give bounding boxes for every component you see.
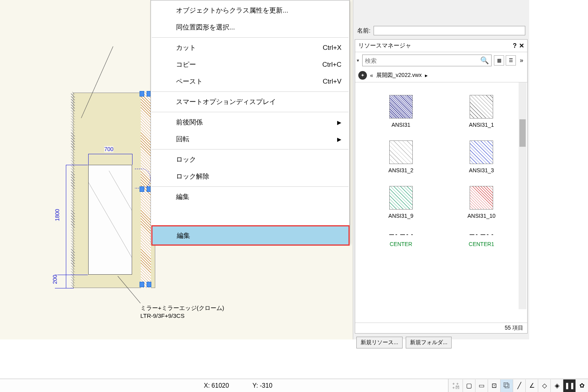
resource-manager-panel: リソースマネージャ ? ✕ ▾ 🔍 ▦ ☰ » ✦ « 展開図_v2022.vw…	[355, 39, 528, 334]
view-thumbnails-button[interactable]: ▦	[494, 55, 504, 66]
rm-breadcrumb[interactable]: ✦ « 展開図_v2022.vwx ▸	[355, 69, 527, 82]
menu-item-label: カット	[176, 43, 196, 52]
dimension-ext	[66, 165, 88, 165]
hatch-swatch-label: ANSI31_10	[467, 213, 495, 219]
rm-title: リソースマネージャ	[358, 42, 510, 49]
hatch-swatch-preview	[389, 140, 413, 164]
hatch-swatch-item[interactable]: ANSI31_2	[366, 140, 436, 173]
submenu-arrow-icon: ▶	[337, 136, 341, 142]
mirror-shape	[88, 165, 132, 275]
tool-rect-icon[interactable]: ▭	[475, 379, 488, 392]
menu-item-label: ペースト	[176, 77, 203, 86]
new-resource-button[interactable]: 新規リソース...	[356, 337, 403, 348]
tool-pause-icon[interactable]: ❚❚	[563, 379, 575, 392]
search-box[interactable]: 🔍	[362, 55, 492, 66]
menu-item-label: 前後関係	[176, 118, 203, 127]
dimension-ext	[88, 154, 89, 165]
hatch-swatch-item[interactable]: CENTER1	[447, 232, 517, 247]
hatch-swatch-preview	[389, 186, 413, 210]
right-panel: 名前: リソースマネージャ ? ✕ ▾ 🔍 ▦ ☰ » ✦ « 展開図_v202…	[353, 0, 529, 339]
menu-item-label: ロック	[176, 155, 196, 164]
search-icon[interactable]: 🔍	[480, 56, 489, 65]
selection-handle[interactable]	[147, 282, 151, 287]
menu-item[interactable]: 編集	[151, 188, 349, 205]
hatch-swatch-label: ANSI31_3	[469, 167, 494, 173]
scrollbar[interactable]	[519, 82, 526, 309]
coord-x-value: 61020	[212, 382, 229, 389]
hatch-swatch-item[interactable]: ANSI31_9	[366, 186, 436, 219]
selection-handle[interactable]	[140, 282, 144, 287]
more-chevron-icon[interactable]: »	[518, 57, 525, 64]
menu-item[interactable]: オブジェクトからクラス属性を更新...	[151, 2, 349, 19]
app-icon: ✦	[358, 71, 367, 80]
close-button[interactable]: ✕	[519, 42, 524, 49]
menu-item[interactable]: 回転▶	[151, 131, 349, 148]
menu-item[interactable]: 前後関係▶	[151, 114, 349, 131]
dimension-text: 200	[52, 275, 58, 284]
menu-separator	[152, 91, 348, 92]
menu-item[interactable]: ロック解除	[151, 168, 349, 185]
help-button[interactable]: ?	[513, 42, 517, 49]
rm-item-count: 55 項目	[355, 323, 527, 333]
selection-handle[interactable]	[140, 91, 144, 97]
tool-settings-icon[interactable]: ✿	[575, 379, 588, 392]
breadcrumb-back[interactable]: «	[370, 72, 373, 78]
dimension-line	[66, 275, 66, 288]
menu-item[interactable]: ロック	[151, 151, 349, 168]
breadcrumb-next[interactable]: ▸	[425, 72, 428, 78]
dimension-line	[88, 154, 132, 154]
tool-tangent-icon[interactable]: ◇	[538, 379, 550, 392]
hatch-swatch-label: ANSI31_2	[388, 167, 414, 173]
menu-item-label: 編集	[176, 192, 189, 201]
annotation-text: ミラー+ミラーエッジ(クローム)	[140, 304, 224, 312]
tool-bbox-icon[interactable]: ▢	[463, 379, 475, 392]
submenu-arrow-icon: ▶	[337, 119, 341, 126]
tool-layers-icon[interactable]: ◈	[550, 379, 563, 392]
menu-item-label: 編集	[177, 231, 190, 240]
name-label: 名前:	[357, 27, 370, 35]
tool-drag-icon[interactable]: ⿻	[500, 379, 513, 392]
hatch-swatch-item[interactable]: ANSI31_3	[447, 140, 517, 173]
context-menu[interactable]: オブジェクトからクラス属性を更新...同位置図形を選択...カットCtrl+Xコ…	[151, 0, 350, 244]
hatch-swatch-preview	[470, 95, 493, 119]
menu-item-shortcut: Ctrl+X	[323, 44, 341, 52]
breadcrumb-file[interactable]: 展開図_v2022.vwx	[376, 72, 422, 79]
hatch-swatch-item[interactable]: ANSI31_10	[447, 186, 517, 219]
tool-line-icon[interactable]: ╱	[513, 379, 525, 392]
dimension-ext	[55, 288, 74, 288]
menu-item[interactable]: コピーCtrl+C	[151, 56, 349, 73]
menu-item[interactable]: ペーストCtrl+V	[151, 73, 349, 90]
menu-item[interactable]	[151, 205, 349, 225]
hatch-swatch-preview	[389, 232, 413, 238]
collapse-toggle-icon[interactable]: ▾	[356, 58, 360, 63]
view-list-button[interactable]: ☰	[506, 55, 516, 66]
tool-angle-icon[interactable]: ∠	[525, 379, 538, 392]
menu-separator	[152, 112, 348, 112]
hatch-swatch-item[interactable]: ANSI31	[366, 95, 436, 128]
hatch-swatch-preview	[389, 95, 413, 119]
coord-x-label: X:	[204, 382, 210, 389]
menu-item[interactable]: スマートオプションディスプレイ	[151, 93, 349, 110]
hatch-swatch-item[interactable]: CENTER	[366, 232, 436, 247]
search-input[interactable]	[365, 57, 480, 64]
dimension-text: 1800	[54, 209, 60, 221]
menu-item[interactable]: カットCtrl+X	[151, 39, 349, 56]
dimension-text: 700	[104, 146, 113, 152]
dimension-ext	[66, 275, 88, 275]
menu-separator	[152, 37, 348, 38]
hatch-swatch-label: CENTER	[390, 241, 412, 247]
menu-item-label: コピー	[176, 60, 196, 69]
name-input[interactable]	[374, 26, 525, 35]
coord-y-label: Y:	[252, 382, 258, 389]
menu-item-show-hatching-in-rm[interactable]: 編集	[151, 225, 350, 246]
scrollbar-thumb[interactable]	[519, 119, 526, 147]
menu-item[interactable]: 同位置図形を選択...	[151, 19, 349, 36]
hatch-swatch-item[interactable]: ANSI31_1	[447, 95, 517, 128]
selection-handle[interactable]	[140, 186, 144, 192]
tool-align-icon[interactable]: ⊡	[488, 379, 500, 392]
new-folder-button[interactable]: 新規フォルダ...	[406, 337, 452, 348]
menu-item-shortcut: Ctrl+V	[323, 78, 341, 86]
hatch-swatch-preview	[470, 140, 493, 164]
rm-titlebar: リソースマネージャ ? ✕	[355, 40, 527, 52]
hatch-swatch-label: ANSI31_1	[469, 122, 494, 128]
